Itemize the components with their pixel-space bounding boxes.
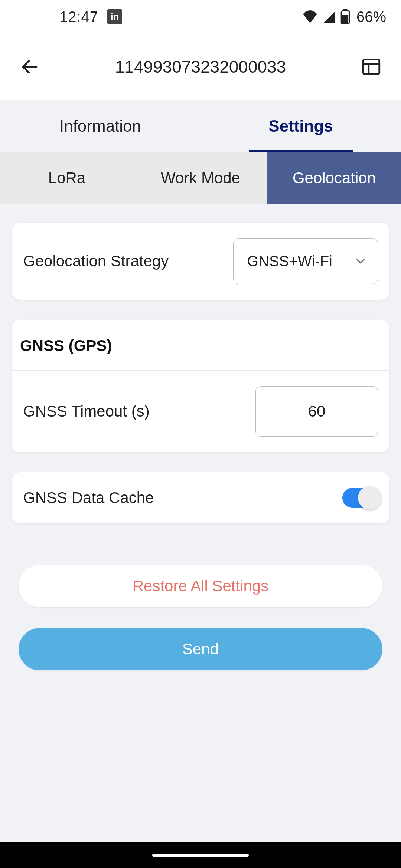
battery-percent: 66% bbox=[356, 9, 386, 25]
geolocation-strategy-card: Geolocation Strategy GNSS+Wi-Fi bbox=[12, 223, 389, 300]
send-button[interactable]: Send bbox=[19, 628, 382, 670]
select-value: GNSS+Wi-Fi bbox=[247, 253, 332, 270]
geolocation-strategy-select[interactable]: GNSS+Wi-Fi bbox=[233, 238, 378, 284]
tab-information[interactable]: Information bbox=[0, 100, 200, 152]
geolocation-strategy-label: Geolocation Strategy bbox=[23, 252, 169, 270]
status-time: 12:47 bbox=[59, 9, 98, 25]
toggle-knob bbox=[358, 486, 382, 510]
gnss-cache-label: GNSS Data Cache bbox=[23, 489, 154, 507]
home-indicator[interactable] bbox=[152, 854, 249, 857]
tab-label: LoRa bbox=[48, 169, 85, 187]
tab-lora[interactable]: LoRa bbox=[0, 152, 134, 204]
gnss-cache-toggle[interactable] bbox=[342, 488, 378, 508]
tab-work-mode[interactable]: Work Mode bbox=[134, 152, 267, 204]
button-label: Send bbox=[182, 640, 219, 658]
gnss-timeout-label: GNSS Timeout (s) bbox=[23, 402, 150, 420]
chevron-down-icon bbox=[354, 254, 367, 268]
layout-button[interactable] bbox=[360, 56, 382, 78]
back-button[interactable] bbox=[19, 56, 41, 78]
battery-icon bbox=[340, 9, 351, 24]
restore-all-button[interactable]: Restore All Settings bbox=[19, 565, 382, 607]
svg-rect-2 bbox=[342, 15, 348, 23]
gnss-section-title: GNSS (GPS) bbox=[12, 320, 389, 370]
app-header: 114993073232000033 bbox=[0, 33, 401, 100]
secondary-tabs: LoRa Work Mode Geolocation bbox=[0, 152, 401, 204]
tab-label: Information bbox=[59, 117, 141, 135]
linkedin-icon: in bbox=[107, 9, 122, 24]
content-area: Geolocation Strategy GNSS+Wi-Fi GNSS (GP… bbox=[0, 204, 401, 842]
tab-geolocation[interactable]: Geolocation bbox=[267, 152, 401, 204]
gnss-section-card: GNSS (GPS) GNSS Timeout (s) 60 bbox=[12, 320, 389, 452]
status-bar: 12:47 in 66% bbox=[0, 0, 401, 33]
cellular-signal-icon bbox=[322, 10, 336, 23]
input-value: 60 bbox=[308, 402, 326, 420]
tab-settings[interactable]: Settings bbox=[200, 100, 401, 152]
button-label: Restore All Settings bbox=[133, 577, 269, 595]
wifi-icon bbox=[302, 10, 318, 23]
tab-label: Settings bbox=[268, 117, 333, 135]
gnss-timeout-input[interactable]: 60 bbox=[255, 386, 378, 437]
page-title: 114993073232000033 bbox=[41, 57, 360, 77]
svg-rect-3 bbox=[363, 60, 379, 74]
tab-label: Geolocation bbox=[293, 169, 376, 187]
primary-tabs: Information Settings bbox=[0, 100, 401, 152]
android-nav-bar bbox=[0, 842, 401, 868]
tab-label: Work Mode bbox=[161, 169, 240, 187]
gnss-cache-card: GNSS Data Cache bbox=[12, 472, 389, 523]
